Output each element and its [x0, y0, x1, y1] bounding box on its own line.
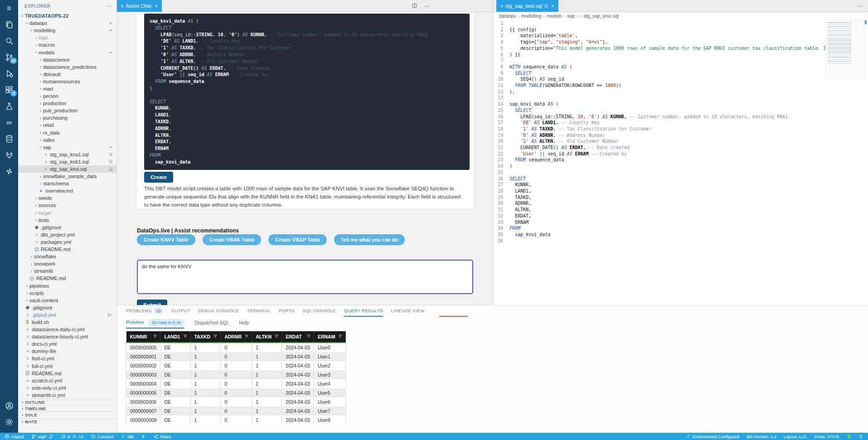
tree-file-scratch-ci-yml[interactable]: ≡scratch-ci.yml — [18, 377, 116, 384]
tree-file--gitignore[interactable]: .gitignore — [18, 224, 116, 231]
activity-dataops-assist-icon[interactable] — [0, 163, 18, 179]
breadcrumb-item[interactable]: dataops — [499, 13, 516, 19]
pill-create-vbak-table[interactable]: Create VBAK Table — [203, 234, 261, 245]
activity-source-control-icon[interactable]: 10 — [0, 49, 18, 65]
share-button[interactable]: Share — [153, 434, 171, 439]
panel-tab-sql-console[interactable]: SQL CONSOLE — [303, 305, 336, 317]
sidebar-section-sole[interactable]: ›SOLE — [18, 411, 116, 418]
lint-button[interactable] — [141, 434, 146, 439]
tree-file-stg-sap-kna1-sql[interactable]: ≡stg_sap_kna1.sqlU — [18, 151, 116, 158]
tree-file-stg-sap-knvi-sql[interactable]: ≡stg_sap_knvi.sqlU — [18, 165, 116, 173]
ports-indicator[interactable]: Ports: 37079 — [815, 434, 839, 439]
chat-input[interactable]: do the same for KNVV — [137, 260, 473, 294]
more-actions-icon[interactable]: ⋯ — [424, 3, 430, 10]
pill-tell-me-what-you-can-do[interactable]: Tell me what you can do — [334, 234, 405, 245]
activity-account-icon[interactable] — [0, 397, 18, 414]
table-row[interactable]: 0000000003DE1012024-04-03User3 — [126, 370, 346, 379]
tree-file-sole-only-ci-yml[interactable]: ≡sole-only-ci.yml — [18, 384, 116, 392]
notifications-bell[interactable] — [858, 434, 863, 439]
tree-folder-datascience-predictions[interactable]: ›datascience_predictions — [18, 63, 116, 71]
column-header-taxkd[interactable]: TAXKD▽ — [190, 331, 221, 343]
tree-folder-pub-production[interactable]: ›pub_production — [18, 107, 116, 114]
tree-file-full-ci-yml[interactable]: ≡full-ci.yml — [18, 363, 116, 370]
tree-file-overview-md[interactable]: overview.md — [18, 187, 116, 194]
tree-file-docs-ci-yml[interactable]: ≡docs-ci.yml — [18, 340, 116, 348]
column-header-ernam[interactable]: ERNAM▽ — [314, 331, 345, 343]
tree-folder-sources[interactable]: ›sources — [18, 202, 116, 209]
table-row[interactable]: 0000000000DE1012024-04-03User0 — [126, 343, 346, 352]
tree-file-dbt-project-yml[interactable]: ≡dbt_project.yml — [18, 231, 116, 238]
panel-tab-output[interactable]: OUTPUT — [171, 305, 190, 317]
tree-folder-scripts[interactable]: ›scripts — [18, 290, 116, 297]
gitpod-button[interactable]: Gitpod — [5, 434, 24, 439]
split-editor-icon[interactable] — [412, 2, 417, 10]
tree-folder-pipelines[interactable]: ›pipelines — [18, 282, 116, 289]
tree-file-readme-md[interactable]: iREADME.md — [18, 246, 116, 253]
table-row[interactable]: 0000000004DE1012024-04-03User4 — [126, 379, 346, 388]
tree-folder-models[interactable]: ›models — [18, 48, 116, 56]
panel-tab-problems[interactable]: PROBLEMS13 — [126, 305, 163, 317]
tree-folder-snowpark[interactable]: ›snowpark — [18, 260, 116, 267]
create-button[interactable]: Create — [144, 172, 173, 183]
tree-folder-dbtvault[interactable]: ›dbtvault — [18, 71, 116, 78]
tree-folder-sap[interactable]: ›sap — [18, 144, 116, 151]
sidebar-section-outline[interactable]: ›OUTLINE — [18, 399, 116, 405]
filter-funnel-icon[interactable]: ▽ — [307, 334, 310, 338]
problems-button[interactable]: 0⚠13 — [61, 434, 83, 439]
tree-file-datascience-hourly-ci-yml[interactable]: ≡datascience-hourly-ci.yml — [18, 333, 116, 340]
activity-settings-gear-icon[interactable] — [0, 414, 18, 430]
breadcrumb-item[interactable]: sap — [567, 13, 575, 19]
activity-tests-flask-icon[interactable] — [0, 98, 18, 114]
dbt-button[interactable]: ✓dbt — [121, 434, 133, 439]
tree-folder-humanresources[interactable]: ›humanresources — [18, 78, 116, 85]
activity-run-debug-icon[interactable] — [0, 65, 18, 82]
tree-folder-vault-content[interactable]: ›vault-content — [18, 297, 116, 304]
column-header-adrnr[interactable]: ADRNR▽ — [221, 331, 252, 343]
tree-folder-snowflake[interactable]: ›snowflake — [18, 253, 116, 260]
tree-folder-rx-data[interactable]: ›rx_data — [18, 129, 116, 136]
connect-button[interactable]: Connect — [91, 434, 113, 439]
column-header-erdat[interactable]: ERDAT▽ — [282, 331, 314, 343]
explorer-more-actions-icon[interactable]: ⋯ — [106, 3, 112, 10]
git-branch-button[interactable]: sap* — [31, 434, 53, 439]
panel-tab-debug-console[interactable]: DEBUG CONSOLE — [198, 305, 238, 317]
tree-folder-purchasing[interactable]: ›purchasing — [18, 114, 116, 121]
tree-file-readme-md[interactable]: iREADME.md — [18, 370, 116, 377]
tree-file-datascience-daily-ci-yml[interactable]: ≡datascience-daily-ci.yml — [18, 326, 116, 333]
tree-folder-target[interactable]: ›target — [18, 209, 116, 217]
activity-gitlab-tanuki-icon[interactable] — [0, 147, 18, 163]
subtab-preview[interactable]: Preview52 rows in 0.4s — [126, 317, 184, 329]
tree-folder-starschema[interactable]: ›starschema — [18, 180, 116, 187]
tree-folder-production[interactable]: ›production — [18, 100, 116, 107]
sql-code-block[interactable]: sap_knvi_data AS ( SELECT LPAD(seq_id::S… — [144, 14, 470, 170]
tree-folder-person[interactable]: ›person — [18, 92, 116, 100]
filter-funnel-icon[interactable]: ▽ — [275, 334, 278, 338]
environment-status[interactable]: ✓Environment Configured — [686, 434, 739, 439]
tree-file--gitignore[interactable]: .gitignore — [18, 304, 116, 311]
pill-create-vbap-table[interactable]: Create VBAP Table — [268, 234, 327, 245]
panel-tab-ports[interactable]: PORTS — [279, 305, 295, 317]
tree-folder-tests[interactable]: ›tests — [18, 217, 116, 224]
tree-file-fast-ci-yml[interactable]: ≡fast-ci.yml — [18, 355, 116, 362]
health-indicator[interactable] — [846, 434, 851, 439]
filter-funnel-icon[interactable]: ▽ — [245, 334, 248, 338]
table-row[interactable]: 0000000005DE1012024-04-03User5 — [126, 388, 346, 397]
tree-folder-logs[interactable]: ›logs — [18, 34, 116, 41]
tree-folder-sales[interactable]: ›sales — [18, 136, 116, 144]
tree-folder-datascience[interactable]: ›datascience — [18, 56, 116, 63]
tree-file-streamlit-ci-yml[interactable]: ≡streamlit-ci.yml — [18, 392, 116, 399]
dbt-version[interactable]: dbt Version: 1.4 — [747, 434, 776, 439]
breadcrumb-file[interactable]: stg_sap_knvi.sql — [583, 13, 619, 19]
tab-stg-sap-knvi-sql[interactable]: ≡ stg_sap_knvi.sql U × — [496, 0, 558, 12]
subtab-help[interactable]: Help — [239, 320, 249, 325]
panel-tab-query-results[interactable]: QUERY RESULTS — [344, 305, 383, 317]
breadcrumb[interactable]: dataops›modelling›models›sap›≡stg_sap_kn… — [493, 12, 868, 19]
breadcrumb-item[interactable]: models — [547, 13, 562, 19]
activity-menu-icon[interactable]: ≡ — [0, 0, 18, 16]
tree-folder-mart[interactable]: ›mart — [18, 85, 116, 92]
sidebar-section-mate[interactable]: ›MATE — [18, 418, 116, 425]
column-header-altkn[interactable]: ALTKN▽ — [252, 331, 282, 343]
code-editor[interactable]: 1 2{{ config(3 materialized='table',4 ta… — [493, 20, 868, 305]
column-header-kunnr[interactable]: KUNNR▽ — [126, 331, 160, 343]
table-row[interactable]: 0000000006DE1012024-04-03User6 — [126, 397, 346, 406]
